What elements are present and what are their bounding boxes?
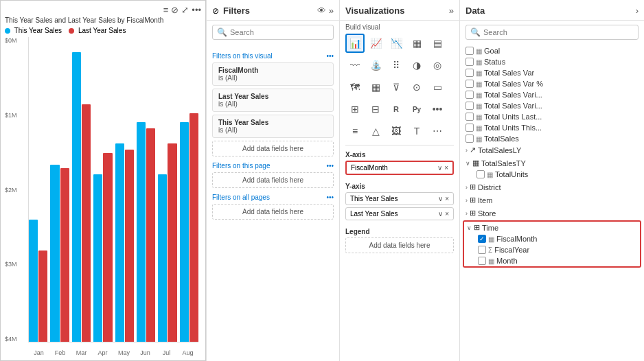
filter-fiscal-month[interactable]: FiscalMonth is (All) xyxy=(212,62,334,86)
add-data-visual[interactable]: Add data fields here xyxy=(212,141,334,156)
bar-this-year[interactable] xyxy=(50,165,59,342)
close-icon[interactable]: × xyxy=(444,164,448,172)
checkbox[interactable] xyxy=(465,102,474,110)
list-item[interactable]: ▦ TotalUnits xyxy=(474,169,641,180)
donut-icon[interactable]: ◎ xyxy=(428,56,447,75)
checkbox[interactable] xyxy=(465,124,474,132)
slicer-icon[interactable]: ≡ xyxy=(345,121,365,141)
custom-icon[interactable]: ⋯ xyxy=(428,121,447,141)
shape-icon[interactable]: △ xyxy=(366,121,385,141)
pie-icon[interactable]: ◑ xyxy=(407,56,426,75)
bar-this-year[interactable] xyxy=(115,143,124,342)
filter-this-year-sales[interactable]: This Year Sales is (All) xyxy=(212,115,334,138)
area-chart-icon[interactable]: 📉 xyxy=(387,34,406,53)
more-icon[interactable]: ••• xyxy=(192,5,201,15)
bar-last-year[interactable] xyxy=(125,150,134,342)
bar-chart-icon[interactable]: 📊 xyxy=(345,34,365,53)
list-item-fiscal-year[interactable]: Σ FiscalYear xyxy=(475,244,640,255)
chevron-down-icon[interactable]: ∨ xyxy=(437,164,442,172)
checkbox[interactable] xyxy=(465,58,474,66)
legend-add-data[interactable]: Add data fields here xyxy=(345,237,454,253)
waterfall-icon[interactable]: ⛲ xyxy=(366,56,385,75)
list-item[interactable]: ▦ Total Units This... xyxy=(463,122,641,133)
list-item[interactable]: ▦ Total Sales Vari... xyxy=(463,89,641,100)
checkbox[interactable] xyxy=(465,69,474,77)
more-visuals-icon[interactable]: ••• xyxy=(428,100,447,119)
expand-icon[interactable]: » xyxy=(329,5,334,16)
checkbox[interactable] xyxy=(465,113,474,121)
list-item[interactable]: ▦ Total Sales Vari... xyxy=(463,100,641,111)
bar-this-year[interactable] xyxy=(93,174,102,342)
ribbon-chart-icon[interactable]: 〰 xyxy=(345,56,365,75)
y-axis-field-2[interactable]: Last Year Sales ∨ × xyxy=(345,207,454,220)
bar-last-year[interactable] xyxy=(60,168,69,342)
y-axis-field-1[interactable]: This Year Sales ∨ × xyxy=(345,192,454,205)
bar-this-year[interactable] xyxy=(180,122,189,342)
filters-search-input[interactable] xyxy=(230,28,329,36)
image-icon[interactable]: 🖼 xyxy=(387,121,406,141)
bar-last-year[interactable] xyxy=(103,153,112,342)
add-data-all[interactable]: Add data fields here xyxy=(212,204,334,220)
list-item[interactable]: ▦ Status xyxy=(463,56,641,67)
column-chart-icon[interactable]: ▦ xyxy=(407,34,426,53)
group-header[interactable]: ∨ ▦ TotalSalesTY xyxy=(463,157,641,169)
card-icon[interactable]: ▭ xyxy=(428,78,447,97)
checkbox[interactable] xyxy=(465,135,474,143)
bar-last-year[interactable] xyxy=(168,143,176,342)
close-icon[interactable]: × xyxy=(445,210,449,218)
bar-last-year[interactable] xyxy=(189,113,198,342)
list-item[interactable]: ▦ Total Units Last... xyxy=(463,111,641,122)
chevron-down-icon[interactable]: ∨ xyxy=(438,210,443,218)
focus-icon[interactable]: ⤢ xyxy=(181,5,189,15)
matrix-icon[interactable]: ⊟ xyxy=(366,100,385,119)
group-header[interactable]: › ⊞ Item xyxy=(463,194,641,206)
bar-last-year[interactable] xyxy=(146,128,155,342)
bar-this-year[interactable] xyxy=(72,52,81,342)
map-icon[interactable]: 🗺 xyxy=(345,78,365,97)
filter-icon[interactable]: ⊘ xyxy=(171,5,179,15)
table-icon[interactable]: ⊞ xyxy=(345,100,365,119)
checkbox[interactable] xyxy=(465,80,474,88)
funnel-icon[interactable]: ⊽ xyxy=(387,78,406,97)
line-chart-icon[interactable]: 📈 xyxy=(366,34,385,53)
bar-this-year[interactable] xyxy=(29,220,38,342)
bar-this-year[interactable] xyxy=(137,122,146,342)
group-header[interactable]: ∨ ⊞ Time xyxy=(464,222,640,233)
close-icon[interactable]: × xyxy=(445,195,449,202)
checkbox[interactable] xyxy=(465,47,474,55)
list-item[interactable]: ▦ Total Sales Var % xyxy=(463,78,641,89)
checkbox-checked[interactable]: ✓ xyxy=(478,235,486,243)
more-icon[interactable]: ••• xyxy=(326,194,334,201)
x-axis-field[interactable]: FiscalMonth ∨ × xyxy=(345,161,454,175)
checkbox[interactable] xyxy=(478,257,486,265)
expand-icon[interactable]: › xyxy=(636,5,639,16)
group-header[interactable]: › ⊞ Store xyxy=(463,207,641,219)
bar-last-year[interactable] xyxy=(38,251,47,342)
scatter-icon[interactable]: ⠿ xyxy=(387,56,406,75)
checkbox[interactable] xyxy=(476,170,485,178)
list-item[interactable]: ▦ Total Sales Var xyxy=(463,67,641,78)
data-search-input[interactable] xyxy=(483,28,634,36)
py-icon[interactable]: Py xyxy=(407,100,426,119)
checkbox[interactable] xyxy=(478,246,486,254)
r-icon[interactable]: R xyxy=(387,100,406,119)
menu-icon[interactable]: ≡ xyxy=(163,5,169,15)
eye-icon[interactable]: 👁 xyxy=(317,5,326,16)
bar-last-year[interactable] xyxy=(82,104,91,342)
expand-icon[interactable]: » xyxy=(449,5,454,16)
filters-search-box[interactable]: 🔍 xyxy=(212,25,334,40)
add-data-page[interactable]: Add data fields here xyxy=(212,172,334,188)
data-search-box[interactable]: 🔍 xyxy=(465,25,639,40)
list-item-month[interactable]: ▦ Month xyxy=(475,255,640,266)
more-icon[interactable]: ••• xyxy=(326,162,334,170)
more-icon[interactable]: ••• xyxy=(326,52,334,60)
group-header[interactable]: › ↗ TotalSalesLY xyxy=(463,144,641,156)
list-item[interactable]: ▦ TotalSales xyxy=(463,133,641,144)
treemap-icon[interactable]: ▦ xyxy=(366,78,385,97)
filter-last-year-sales[interactable]: Last Year Sales is (All) xyxy=(212,89,334,112)
list-item-fiscal-month[interactable]: ✓ ▦ FiscalMonth xyxy=(475,233,640,244)
list-item[interactable]: ▦ Goal xyxy=(463,45,641,56)
stacked-bar-icon[interactable]: ▤ xyxy=(428,34,447,53)
text-icon[interactable]: T xyxy=(407,121,426,141)
bar-this-year[interactable] xyxy=(158,174,167,342)
